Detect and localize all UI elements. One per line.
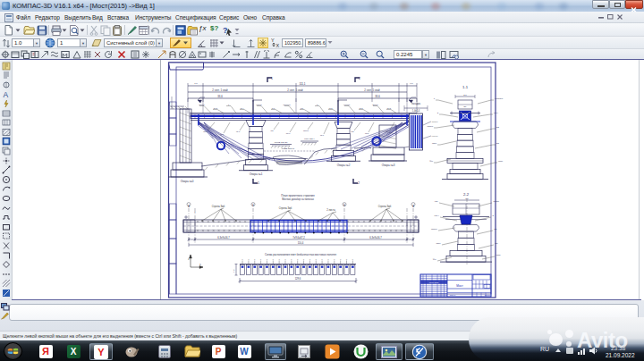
svg-text:X: X — [276, 43, 280, 48]
svg-text:Лист 1: Лист 1 — [450, 294, 456, 296]
svg-text:свая: свая — [498, 160, 504, 163]
svg-text:ФМ: ФМ — [429, 160, 433, 163]
svg-text:п: п — [316, 258, 317, 260]
svg-text:п: п — [303, 258, 304, 260]
svg-text:Б2: Б2 — [496, 126, 500, 129]
svg-text:п: п — [346, 258, 347, 260]
svg-text:насадка: насадка — [495, 97, 504, 100]
svg-text:Монтаж докабор на пилонах: Монтаж докабор на пилонах — [282, 197, 314, 201]
svg-text:п: п — [260, 258, 261, 260]
svg-text:п: п — [279, 258, 280, 260]
svg-text:2 сект. 1 свай: 2 сект. 1 свай — [212, 88, 228, 92]
svg-text:Б: Б — [343, 204, 345, 207]
svg-text:2 листа: 2 листа — [326, 208, 335, 212]
svg-text:РУМВ 131,20: РУМВ 131,20 — [275, 141, 288, 144]
svg-text:опора: опора — [432, 135, 439, 138]
svg-text:связь: связь — [386, 130, 391, 131]
svg-text:Мост: Мост — [456, 284, 463, 288]
svg-text:свая: свая — [496, 254, 502, 256]
svg-text:Опора №0: Опора №0 — [181, 180, 194, 183]
svg-text:затяж: затяж — [303, 130, 309, 131]
svg-text:45x2: 45x2 — [386, 107, 392, 109]
svg-text:Опора №2: Опора №2 — [337, 164, 351, 167]
svg-text:п: п — [327, 258, 328, 260]
svg-text:Опора №3: Опора №3 — [382, 164, 395, 167]
svg-text:Y: Y — [271, 38, 275, 43]
svg-text:6,3х9=56,7: 6,3х9=56,7 — [369, 236, 382, 239]
svg-text:Стрела 3мб: Стрела 3мб — [212, 205, 225, 208]
svg-text:плита: плита — [494, 200, 500, 203]
svg-text:7х9,6=67,2: 7х9,6=67,2 — [292, 236, 305, 239]
svg-text:п: п — [254, 258, 255, 260]
svg-text:п: п — [285, 258, 286, 260]
svg-text:опора: опора — [427, 125, 433, 128]
svg-text:Б3: Б3 — [496, 242, 499, 245]
svg-text:110,4: 110,4 — [298, 241, 304, 245]
svg-text:п: п — [242, 258, 243, 260]
svg-text:Балка: Балка — [372, 104, 378, 105]
svg-text:РОЧ: РОЧ — [435, 214, 439, 217]
svg-text:плита: плита — [257, 104, 263, 105]
svg-text:РСУ 132,4: РСУ 132,4 — [304, 138, 315, 140]
svg-text:2,0: 2,0 — [463, 94, 467, 97]
svg-text:2: 2 — [359, 77, 360, 80]
svg-text:насадка: насадка — [411, 103, 420, 105]
svg-text:5,6: 5,6 — [168, 102, 171, 105]
svg-text:п: п — [334, 258, 335, 260]
svg-text:7,0: 7,0 — [194, 82, 198, 85]
svg-text:плита: плита — [432, 121, 438, 123]
svg-text:Б2: Б2 — [495, 228, 498, 231]
svg-text:1-1: 1-1 — [462, 85, 469, 89]
svg-text:Б: Б — [252, 204, 254, 207]
svg-text:Мост 2015: Мост 2015 — [429, 281, 439, 283]
svg-text:затяжка: затяжка — [283, 104, 291, 105]
svg-text:Листов: Листов — [485, 294, 491, 296]
svg-text:п: п — [273, 258, 274, 260]
svg-text:7,0: 7,0 — [410, 82, 413, 85]
svg-text:План пролетного строения: План пролетного строения — [281, 194, 315, 197]
svg-text:Стрела 3мб: Стрела 3мб — [378, 205, 392, 208]
svg-text:33,6: 33,6 — [217, 95, 223, 98]
svg-text:1: 1 — [271, 77, 273, 80]
svg-text:1: 1 — [258, 181, 259, 185]
svg-text:45x2: 45x2 — [213, 107, 218, 109]
svg-text:Схема расположения плит безбал: Схема расположения плит безбалластных мо… — [265, 253, 336, 256]
svg-text:А: А — [4, 90, 9, 99]
svg-text:Стрела 3мб: Стрела 3мб — [279, 206, 292, 210]
svg-text:6,3х9=56,7: 6,3х9=56,7 — [217, 236, 230, 239]
svg-text:п: п — [340, 258, 341, 260]
svg-text:Балка: Балка — [199, 104, 205, 105]
svg-text:п: п — [248, 258, 249, 260]
svg-text:связь: связь — [203, 130, 208, 132]
svg-text:Опора №1: Опора №1 — [250, 172, 263, 176]
svg-text:п: п — [267, 258, 267, 260]
svg-text:п: п — [322, 258, 323, 260]
svg-text:2: 2 — [358, 181, 360, 185]
svg-text:Б3: Б3 — [496, 142, 500, 145]
svg-text:2-2: 2-2 — [463, 192, 470, 197]
svg-text:33,6: 33,6 — [375, 95, 380, 98]
svg-text:п: п — [309, 258, 310, 260]
svg-text:РОЧ: РОЧ — [494, 112, 498, 114]
svg-text:настил: настил — [343, 104, 351, 105]
svg-text:п: п — [291, 258, 292, 260]
svg-text:129,6: 129,6 — [295, 277, 301, 281]
svg-text:п: п — [352, 258, 353, 260]
svg-text:ФМ: ФМ — [433, 258, 436, 261]
svg-text:111,1: 111,1 — [299, 82, 305, 86]
svg-text:1,4х1,4: 1,4х1,4 — [412, 109, 420, 113]
svg-text:п: п — [297, 258, 298, 260]
svg-text:2 сект. 1 свай: 2 сект. 1 свай — [364, 88, 380, 92]
svg-text:3,0: 3,0 — [465, 197, 469, 200]
svg-text:опора: опора — [431, 228, 437, 231]
svg-text:2 сект. 1 свай: 2 сект. 1 свай — [287, 88, 303, 92]
